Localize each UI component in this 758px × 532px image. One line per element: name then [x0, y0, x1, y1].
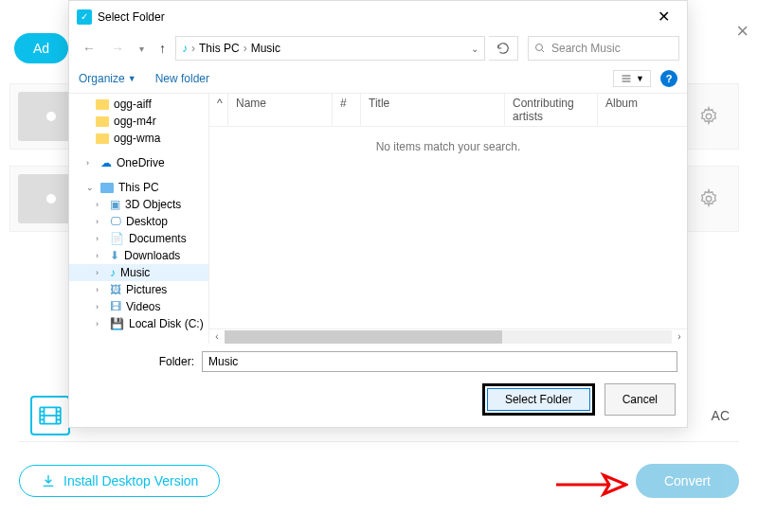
add-button[interactable]: Ad [14, 33, 68, 63]
column-artists[interactable]: Contributing artists [505, 94, 598, 126]
up-icon[interactable]: ↑ [153, 37, 171, 60]
svg-point-14 [536, 44, 543, 51]
help-icon[interactable]: ? [660, 70, 677, 87]
svg-line-15 [542, 50, 545, 53]
tree-item-downloads[interactable]: ›⬇Downloads [69, 247, 208, 264]
dialog-title: Select Folder [98, 10, 165, 24]
expand-icon[interactable]: › [86, 158, 96, 168]
file-list: ^ Name # Title Contributing artists Albu… [209, 94, 687, 344]
breadcrumb-current[interactable]: Music [251, 42, 280, 55]
column-number[interactable]: # [333, 94, 361, 126]
tree-item-ogg-wma[interactable]: ogg-wma [69, 130, 208, 147]
scroll-left-icon[interactable]: ‹ [209, 331, 225, 342]
select-folder-dialog: ✓ Select Folder ✕ ← → ▾ ↑ ♪ › This PC › … [68, 0, 688, 428]
tree-item-3d-objects[interactable]: ›▣3D Objects [69, 196, 208, 213]
tree-item-ogg-aiff[interactable]: ogg-aiff [69, 96, 208, 113]
tree-item-pictures[interactable]: ›🖼Pictures [69, 281, 208, 298]
column-album[interactable]: Album [598, 94, 687, 126]
folder-tree[interactable]: ogg-aiff ogg-m4r ogg-wma ›☁OneDrive ⌄Thi… [69, 94, 209, 344]
convert-button[interactable]: Convert [636, 464, 739, 498]
tree-item-this-pc[interactable]: ⌄This PC [69, 179, 208, 196]
tree-item-onedrive[interactable]: ›☁OneDrive [69, 154, 208, 171]
organize-menu[interactable]: Organize▼ [79, 72, 136, 85]
folder-icon [96, 133, 109, 144]
gear-icon[interactable] [698, 106, 719, 127]
svg-point-0 [706, 114, 712, 119]
dialog-toolbar: Organize▼ New folder ▼ ? [69, 64, 687, 94]
folder-row: Folder: [69, 344, 687, 376]
app-icon: ✓ [77, 9, 92, 25]
dialog-buttons: Select Folder Cancel [69, 376, 687, 427]
tree-item-desktop[interactable]: ›🖵Desktop [69, 213, 208, 230]
documents-icon: 📄 [110, 232, 124, 245]
downloads-icon: ⬇ [110, 249, 119, 262]
pc-icon [100, 183, 114, 193]
search-icon [534, 43, 546, 54]
breadcrumb-root[interactable]: This PC [199, 42, 240, 55]
bottom-bar: Install Desktop Version Convert [19, 464, 739, 498]
gear-icon[interactable] [698, 188, 719, 209]
annotation-arrow [554, 471, 628, 498]
tree-item-videos[interactable]: ›🎞Videos [69, 298, 208, 315]
recent-dropdown-icon[interactable]: ▾ [134, 40, 150, 58]
close-icon[interactable]: ✕ [648, 6, 679, 27]
video-format-icon[interactable] [30, 396, 70, 435]
folder-icon [96, 116, 109, 127]
column-title[interactable]: Title [361, 94, 505, 126]
back-icon[interactable]: ← [77, 37, 101, 60]
scroll-track[interactable] [225, 330, 672, 344]
folder-label: Folder: [79, 355, 202, 368]
disk-icon: 💾 [110, 317, 124, 330]
app-close-icon[interactable]: × [736, 19, 749, 44]
view-mode-button[interactable]: ▼ [613, 70, 651, 87]
format-ac-label: AC [712, 408, 730, 423]
new-folder-button[interactable]: New folder [155, 72, 209, 85]
tree-item-documents[interactable]: ›📄Documents [69, 230, 208, 247]
pictures-icon: 🖼 [110, 283, 121, 296]
svg-point-1 [706, 196, 712, 202]
tree-item-ogg-m4r[interactable]: ogg-m4r [69, 113, 208, 130]
desktop-icon: 🖵 [110, 215, 121, 228]
search-input[interactable]: Search Music [528, 36, 679, 61]
chevron-down-icon[interactable]: ⌄ [471, 44, 478, 54]
list-header[interactable]: ^ Name # Title Contributing artists Albu… [209, 94, 687, 127]
folder-icon [96, 99, 109, 110]
download-icon [41, 473, 56, 488]
tree-item-music[interactable]: ›♪Music [69, 264, 208, 281]
empty-message: No items match your search. [209, 127, 687, 167]
horizontal-scrollbar[interactable]: ‹ › [209, 328, 687, 344]
collapse-icon[interactable]: ⌄ [86, 183, 96, 192]
install-desktop-button[interactable]: Install Desktop Version [19, 465, 220, 497]
scroll-right-icon[interactable]: › [672, 331, 687, 342]
cloud-icon: ☁ [100, 156, 112, 169]
select-folder-button[interactable]: Select Folder [487, 388, 590, 411]
breadcrumb[interactable]: ♪ › This PC › Music ⌄ [175, 36, 485, 61]
sort-indicator[interactable]: ^ [209, 94, 228, 126]
forward-icon: → [105, 37, 130, 60]
folder-input[interactable] [202, 351, 677, 372]
tree-item-local-disk[interactable]: ›💾Local Disk (C:) [69, 315, 208, 332]
objects3d-icon: ▣ [110, 198, 120, 211]
music-icon: ♪ [110, 266, 116, 279]
dialog-nav: ← → ▾ ↑ ♪ › This PC › Music ⌄ Search Mus… [69, 32, 687, 64]
music-icon: ♪ [182, 42, 188, 55]
refresh-icon[interactable] [489, 36, 518, 61]
annotation-highlight: Select Folder [482, 383, 595, 416]
column-name[interactable]: Name [228, 94, 333, 126]
videos-icon: 🎞 [110, 300, 121, 313]
scroll-thumb[interactable] [225, 330, 502, 344]
cancel-button[interactable]: Cancel [605, 383, 676, 416]
dialog-titlebar: ✓ Select Folder ✕ [69, 1, 687, 32]
